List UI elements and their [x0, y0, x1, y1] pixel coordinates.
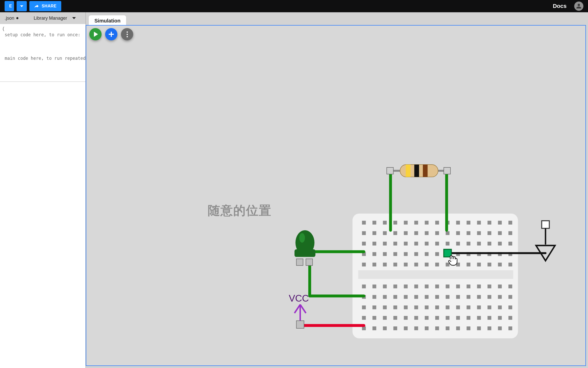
svg-rect-108: [372, 305, 376, 309]
share-button[interactable]: SHARE: [29, 1, 61, 11]
svg-rect-81: [404, 284, 408, 288]
svg-rect-136: [508, 316, 512, 320]
svg-rect-144: [435, 326, 439, 330]
breadboard[interactable]: [352, 214, 518, 338]
svg-rect-68: [425, 263, 428, 267]
svg-rect-103: [477, 295, 481, 299]
svg-rect-66: [404, 263, 408, 267]
svg-rect-113: [425, 305, 428, 309]
svg-rect-116: [456, 305, 460, 309]
run-button[interactable]: [89, 28, 102, 40]
svg-rect-98: [425, 295, 428, 299]
svg-rect-143: [425, 326, 428, 330]
code-comment-2: main code here, to run repeatedly:: [2, 56, 93, 61]
svg-rect-38: [425, 242, 428, 246]
primary-menu-dropdown[interactable]: [17, 1, 27, 11]
resistor[interactable]: [387, 165, 450, 177]
tab-json-file[interactable]: .json: [0, 12, 23, 24]
svg-rect-109: [383, 305, 387, 309]
tab-json-label: .json: [5, 16, 14, 21]
svg-rect-97: [414, 295, 418, 299]
avatar[interactable]: [574, 2, 583, 11]
svg-rect-131: [456, 316, 460, 320]
tab-library-manager[interactable]: Library Manager: [29, 12, 80, 24]
svg-rect-87: [467, 284, 470, 288]
svg-rect-134: [487, 316, 491, 320]
svg-rect-154: [406, 165, 411, 177]
svg-rect-17: [362, 231, 366, 235]
main-split: .json Library Manager { setup code here,…: [0, 12, 588, 368]
plus-icon: [109, 32, 114, 37]
code-comment-1: setup code here, to run once:: [2, 32, 80, 37]
code-editor[interactable]: { setup code here, to run once: main cod…: [0, 24, 85, 82]
svg-rect-31: [508, 231, 512, 235]
svg-rect-102: [467, 295, 470, 299]
svg-rect-25: [446, 231, 449, 235]
svg-rect-85: [446, 284, 449, 288]
svg-rect-122: [362, 316, 366, 320]
svg-rect-77: [362, 284, 366, 288]
svg-rect-90: [498, 284, 502, 288]
svg-rect-42: [467, 242, 470, 246]
simulation-canvas[interactable]: VCC 随意的位置: [86, 25, 586, 366]
svg-rect-19: [383, 231, 387, 235]
svg-rect-80: [393, 284, 397, 288]
svg-rect-104: [487, 295, 491, 299]
overlay-caption: 随意的位置: [208, 202, 272, 219]
svg-rect-155: [414, 165, 419, 177]
svg-rect-11: [456, 221, 460, 225]
svg-rect-9: [435, 221, 439, 225]
svg-rect-20: [393, 231, 397, 235]
svg-rect-88: [477, 284, 481, 288]
svg-rect-84: [435, 284, 439, 288]
led[interactable]: [295, 230, 315, 266]
docs-link[interactable]: Docs: [553, 3, 567, 9]
svg-rect-14: [487, 221, 491, 225]
svg-rect-133: [477, 316, 481, 320]
svg-rect-43: [477, 242, 481, 246]
editor-panel: .json Library Manager { setup code here,…: [0, 12, 86, 368]
svg-rect-52: [414, 252, 418, 256]
svg-rect-35: [393, 242, 397, 246]
svg-rect-7: [414, 221, 418, 225]
svg-rect-5: [393, 221, 397, 225]
svg-rect-13: [477, 221, 481, 225]
svg-rect-16: [508, 221, 512, 225]
svg-rect-99: [435, 295, 439, 299]
svg-rect-73: [477, 263, 481, 267]
svg-rect-117: [467, 305, 470, 309]
svg-rect-82: [414, 284, 418, 288]
svg-rect-12: [467, 221, 470, 225]
svg-rect-2: [362, 221, 366, 225]
vcc-symbol[interactable]: VCC: [289, 293, 309, 328]
add-component-button[interactable]: [105, 28, 117, 40]
svg-rect-24: [435, 231, 439, 235]
svg-rect-27: [467, 231, 470, 235]
svg-rect-112: [414, 305, 418, 309]
tab-simulation[interactable]: Simulation: [89, 15, 126, 26]
svg-point-161: [299, 233, 305, 243]
svg-rect-138: [372, 326, 376, 330]
svg-rect-157: [387, 167, 393, 174]
svg-rect-107: [362, 305, 366, 309]
svg-rect-3: [372, 221, 376, 225]
svg-rect-128: [425, 316, 428, 320]
svg-rect-62: [362, 263, 366, 267]
svg-rect-93: [372, 295, 376, 299]
svg-rect-146: [456, 326, 460, 330]
svg-rect-121: [508, 305, 512, 309]
share-label: SHARE: [42, 4, 57, 8]
svg-rect-53: [425, 252, 428, 256]
canvas-menu-button[interactable]: [121, 28, 133, 40]
svg-rect-29: [487, 231, 491, 235]
svg-rect-137: [362, 326, 366, 330]
svg-rect-44: [487, 242, 491, 246]
svg-rect-140: [393, 326, 397, 330]
svg-rect-125: [393, 316, 397, 320]
primary-menu-button[interactable]: E: [5, 1, 14, 11]
ground-symbol[interactable]: [536, 221, 555, 261]
tab-simulation-label: Simulation: [94, 18, 120, 24]
svg-rect-110: [393, 305, 397, 309]
svg-rect-142: [414, 326, 418, 330]
svg-rect-39: [435, 242, 439, 246]
